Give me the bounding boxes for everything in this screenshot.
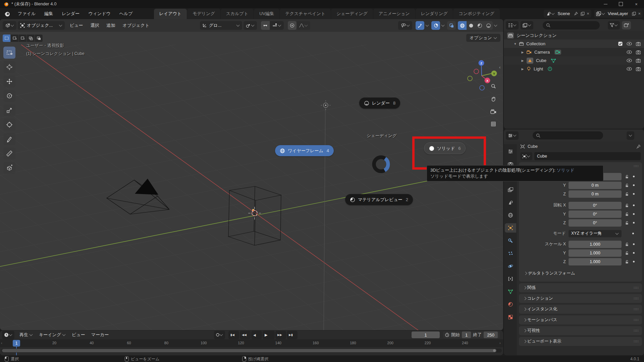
menu-playback[interactable]: 再生	[16, 332, 36, 338]
tool-add-cube[interactable]	[3, 162, 15, 174]
lock-icon[interactable]	[625, 221, 629, 225]
tab-object[interactable]	[505, 223, 516, 233]
scene-selector[interactable]: Scene ×	[544, 10, 591, 18]
gizmos-dropdown[interactable]	[424, 21, 430, 30]
lock-icon[interactable]	[625, 183, 629, 187]
outliner-row-light[interactable]: ▶ Light	[504, 65, 644, 73]
pivot-point-dropdown[interactable]	[244, 21, 257, 30]
tool-cursor[interactable]	[3, 61, 15, 73]
lock-icon[interactable]	[625, 203, 629, 207]
tab-texture[interactable]	[505, 312, 516, 322]
gizmos-toggle[interactable]	[416, 21, 424, 30]
rotation-x-field[interactable]: 0°	[569, 202, 622, 209]
visibility-dropdown[interactable]	[398, 21, 412, 30]
pie-wireframe-option[interactable]: ワイヤーフレーム 4	[275, 145, 334, 156]
outliner-row-collection[interactable]: ▼ Collection	[504, 40, 644, 48]
jump-to-end-button[interactable]: ▶▮	[287, 331, 298, 339]
outliner-display-mode-button[interactable]	[521, 21, 533, 29]
tab-modifiers[interactable]	[505, 236, 516, 245]
tool-measure[interactable]	[3, 147, 15, 160]
panel-grip-icon[interactable]: ∷∷	[634, 286, 639, 290]
object-name-field[interactable]: Cube	[534, 152, 641, 160]
rotation-z-field[interactable]: 0°	[569, 219, 622, 227]
animate-dot[interactable]	[633, 213, 635, 215]
tool-select-box[interactable]	[3, 47, 15, 59]
menu-window[interactable]: ウィンドウ	[84, 9, 115, 18]
shading-solid-button[interactable]	[467, 21, 475, 30]
overlays-toggle[interactable]	[431, 21, 440, 30]
pie-render-option[interactable]: レンダー 8	[359, 98, 400, 109]
shading-rendered-button[interactable]	[484, 21, 493, 30]
clock-icon[interactable]	[445, 333, 449, 337]
select-subtract-button[interactable]	[19, 35, 26, 42]
zoom-view-button[interactable]	[489, 81, 498, 91]
shading-dropdown[interactable]	[493, 21, 498, 30]
tab-animation[interactable]: アニメーション	[373, 9, 415, 19]
disable-render-icon[interactable]	[636, 50, 641, 54]
tab-sculpting[interactable]: スカルプト	[221, 9, 254, 19]
tab-world[interactable]	[505, 210, 516, 220]
transform-orientation-dropdown[interactable]: グロ...	[200, 21, 242, 30]
rotation-mode-dropdown[interactable]: XYZ オイラー角	[569, 230, 622, 237]
disable-render-icon[interactable]	[636, 59, 641, 63]
hide-eye-icon[interactable]	[627, 42, 632, 46]
unlink-scene-icon[interactable]: ×	[587, 11, 589, 16]
close-button[interactable]: ×	[629, 0, 644, 8]
current-frame-marker[interactable]: 1	[13, 340, 20, 347]
tab-shading[interactable]: シェーディング	[331, 9, 373, 19]
scrollbar-thumb[interactable]	[2, 349, 496, 352]
scrollbar-knob[interactable]	[493, 349, 496, 352]
menu-marker[interactable]: マーカー	[88, 332, 112, 338]
current-frame-field[interactable]: 1	[412, 331, 440, 338]
lock-icon[interactable]	[625, 251, 629, 255]
tab-view-layer[interactable]	[505, 185, 516, 194]
object-name[interactable]: Light	[534, 66, 543, 71]
panel-grip-icon[interactable]: ∷∷	[634, 329, 639, 333]
animate-dot[interactable]	[633, 243, 635, 245]
panel-grip-icon[interactable]: ∷∷	[634, 297, 639, 300]
panel-grip-icon[interactable]: ∷∷	[634, 307, 639, 311]
select-set-button[interactable]	[3, 35, 10, 42]
panel-grip-icon[interactable]: ∷∷	[634, 164, 639, 168]
minimize-button[interactable]	[598, 0, 613, 8]
menu-view[interactable]: ビュー	[69, 332, 88, 338]
expand-arrow-icon[interactable]: ▶	[521, 59, 525, 62]
expand-arrow-icon[interactable]: ▶	[521, 51, 525, 54]
toggle-orthographic-button[interactable]	[489, 119, 498, 129]
section-viewport-display[interactable]: ビューポート表示∷∷	[519, 337, 642, 346]
lock-icon[interactable]	[625, 175, 629, 179]
animate-dot[interactable]	[633, 261, 635, 262]
light-data-icon[interactable]	[548, 67, 552, 71]
tool-rotate[interactable]	[3, 90, 15, 102]
panel-grip-icon[interactable]: ∷∷	[634, 318, 639, 322]
collection-name[interactable]: Collection	[526, 41, 545, 46]
remove-view-layer-icon[interactable]: ×	[638, 11, 641, 16]
tab-uv-editing[interactable]: UV編集	[254, 9, 279, 19]
outliner-editor-type-button[interactable]	[506, 21, 519, 29]
proportional-editing-toggle[interactable]	[288, 21, 297, 30]
camera-object[interactable]	[107, 179, 169, 214]
tab-modeling[interactable]: モデリング	[187, 9, 220, 19]
outliner-row-camera[interactable]: ▶ Camera	[504, 48, 644, 56]
section-motion-paths[interactable]: モーションパス∷∷	[519, 315, 642, 324]
snap-target-dropdown[interactable]	[270, 21, 284, 30]
animate-dot[interactable]	[632, 233, 634, 234]
section-visibility[interactable]: 可視性∷∷	[519, 326, 642, 335]
camera-data-icon[interactable]	[554, 50, 561, 55]
delta-transform-section[interactable]: デルタトランスフォーム	[519, 268, 642, 278]
menu-select[interactable]: 選択	[87, 22, 103, 28]
sidebar-toggle-arrow[interactable]: ‹	[499, 65, 500, 70]
object-browse-button[interactable]	[520, 152, 532, 160]
breadcrumb-object-name[interactable]: Cube	[528, 144, 538, 149]
scale-z-field[interactable]: 1.000	[569, 258, 622, 265]
tab-rendering[interactable]: レンダリング	[416, 9, 453, 19]
mesh-data-icon[interactable]	[551, 59, 556, 63]
timeline-editor-type-button[interactable]	[2, 331, 14, 339]
xray-toggle[interactable]	[447, 21, 456, 30]
select-intersect-button[interactable]	[35, 35, 43, 42]
maximize-button[interactable]	[613, 0, 629, 8]
snap-toggle[interactable]	[261, 21, 270, 30]
section-collections[interactable]: コレクション∷∷	[519, 294, 642, 303]
menu-add[interactable]: 追加	[103, 22, 119, 28]
tab-object-data[interactable]	[505, 287, 516, 296]
